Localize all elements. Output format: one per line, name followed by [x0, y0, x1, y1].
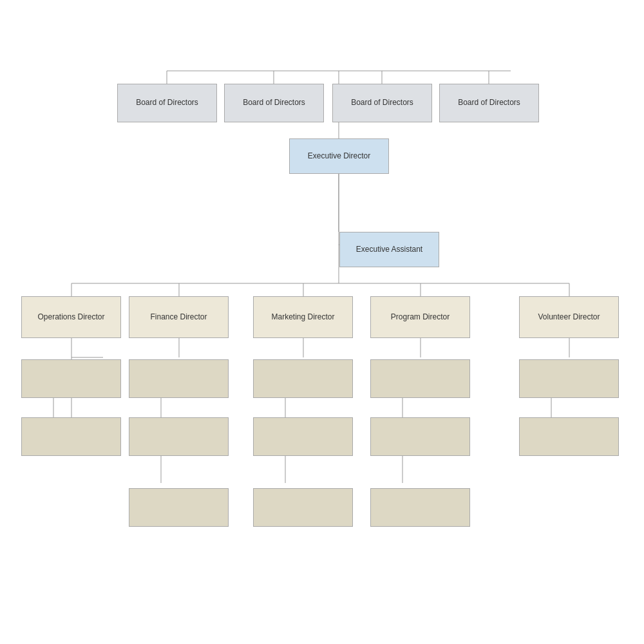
executive-director-node: Executive Director	[289, 138, 389, 174]
mkt-sub-1	[253, 359, 353, 398]
marketing-director-node: Marketing Director	[253, 296, 353, 338]
vol-sub-1	[519, 359, 619, 398]
board-node-4: Board of Directors	[439, 84, 539, 122]
mkt-sub-3	[253, 488, 353, 527]
ops-sub-1	[21, 359, 121, 398]
fin-sub-2	[129, 417, 229, 456]
prog-sub-3	[370, 488, 470, 527]
vol-sub-2	[519, 417, 619, 456]
finance-director-node: Finance Director	[129, 296, 229, 338]
fin-sub-1	[129, 359, 229, 398]
fin-sub-3	[129, 488, 229, 527]
prog-sub-1	[370, 359, 470, 398]
volunteer-director-node: Volunteer Director	[519, 296, 619, 338]
operations-director-node: Operations Director	[21, 296, 121, 338]
board-node-3: Board of Directors	[332, 84, 432, 122]
board-node-2: Board of Directors	[224, 84, 324, 122]
ops-sub-2	[21, 417, 121, 456]
mkt-sub-2	[253, 417, 353, 456]
board-node-1: Board of Directors	[117, 84, 217, 122]
org-chart: Board of Directors Board of Directors Bo…	[0, 0, 644, 644]
program-director-node: Program Director	[370, 296, 470, 338]
prog-sub-2	[370, 417, 470, 456]
executive-assistant-node: Executive Assistant	[339, 232, 439, 267]
